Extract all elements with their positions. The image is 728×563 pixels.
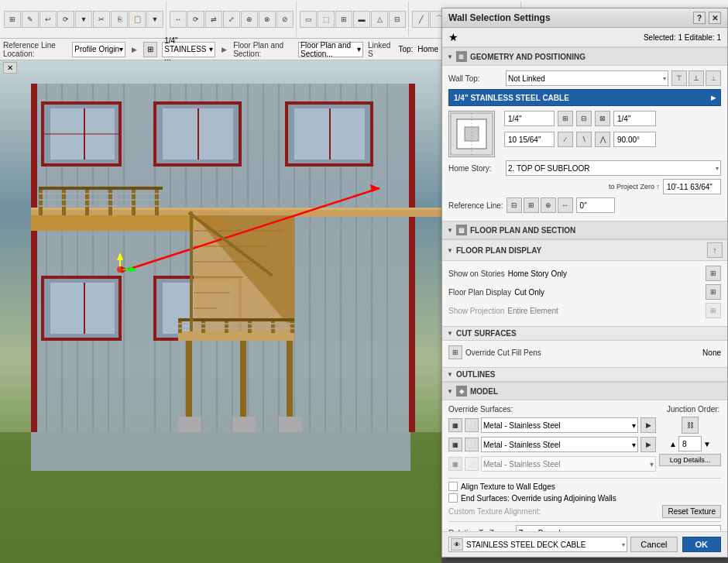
- end-surfaces-checkbox[interactable]: [448, 493, 458, 503]
- structure-btn[interactable]: ⊞: [143, 42, 157, 57]
- wall-top-icon2[interactable]: ⊥: [689, 70, 704, 86]
- show-stories-icon[interactable]: ⊞: [706, 266, 721, 281]
- wall-top-icon1[interactable]: ⊤: [671, 70, 687, 86]
- home-story-dropdown[interactable]: 2. TOP OF SUBFLOOR ▾: [506, 160, 721, 176]
- project-zero-row: to Project Zero ↑ 10'-11 63/64": [448, 179, 721, 194]
- floor-plan-section-header[interactable]: ▼ ▤ FLOOR PLAN AND SECTION: [442, 221, 727, 239]
- ok-button[interactable]: OK: [682, 537, 722, 552]
- tb-line[interactable]: ╱: [412, 11, 429, 28]
- viewport-close[interactable]: ✕: [3, 62, 17, 74]
- floor-plan-display-title: FLOOR PLAN DISPLAY: [456, 246, 541, 255]
- log-details-btn[interactable]: Log Details...: [659, 454, 721, 466]
- home-story-row: Home Story: 2. TOP OF SUBFLOOR ▾: [448, 160, 721, 176]
- geometry-title: GEOMETRY AND POSITIONING: [470, 53, 585, 61]
- show-stories-row: Show on Stories Home Story Only ⊞: [448, 266, 721, 281]
- junction-link-icon[interactable]: ⛓: [682, 417, 699, 434]
- toolbar-row-2: Reference Line Location: Profile Origin …: [0, 39, 441, 60]
- footer-type-dropdown[interactable]: 👁 STAINLESS STEEL DECK CABLE ▾: [448, 537, 627, 552]
- tb-scale[interactable]: ⤢: [223, 11, 240, 28]
- sep1: [448, 478, 721, 479]
- wall-top-icon3[interactable]: ⟂: [706, 70, 721, 86]
- svg-rect-24: [31, 84, 37, 432]
- tb-rotate[interactable]: ⟳: [187, 11, 204, 28]
- tb-btn-3[interactable]: ↩: [39, 11, 57, 28]
- surface1-more[interactable]: ▶: [640, 417, 656, 433]
- ref-line-icon3[interactable]: ⊕: [541, 197, 556, 213]
- tb-stair[interactable]: ⊟: [389, 11, 406, 28]
- override-cut-row: ⊞ Override Cut Fill Pens None: [448, 345, 721, 359]
- dim2-icon1[interactable]: ∕: [558, 132, 573, 147]
- dim3-input[interactable]: 1/4": [613, 111, 656, 126]
- tb-mirror[interactable]: ⇌: [205, 11, 222, 28]
- reset-texture-btn[interactable]: Reset Texture: [662, 505, 721, 518]
- show-projection-icon[interactable]: ⊞: [706, 303, 721, 318]
- outlines-header[interactable]: ▼ OUTLINES: [442, 367, 727, 382]
- dim1-icon2[interactable]: ⊟: [576, 111, 592, 126]
- dialog-close-btn[interactable]: ✕: [709, 12, 721, 24]
- wall-type-label: 1/4" STAINLESS STEEL CABLE: [454, 94, 569, 102]
- tb-move[interactable]: ↔: [170, 11, 187, 28]
- dim2-input[interactable]: 10 15/64": [504, 132, 555, 147]
- ref-line-icon4[interactable]: ↔: [558, 197, 573, 213]
- tb-roof[interactable]: △: [371, 11, 388, 28]
- dim1-input[interactable]: 1/4": [504, 111, 555, 126]
- dim1-icon1[interactable]: ⊞: [558, 111, 573, 126]
- favorite-star[interactable]: ★: [448, 31, 458, 43]
- junction-value-input[interactable]: 8: [678, 436, 702, 451]
- tb-window[interactable]: ⊞: [335, 11, 352, 28]
- fpdisplay-action-icon[interactable]: ↑: [707, 242, 723, 258]
- model-section-header[interactable]: ▼ ◈ MODEL: [442, 382, 727, 400]
- dim1-icon3[interactable]: ⊠: [595, 111, 610, 126]
- tb-wall[interactable]: ▭: [300, 11, 317, 28]
- surface1-dropdown[interactable]: Metal - Stainless Steel ▾: [481, 417, 638, 433]
- svg-rect-25: [409, 84, 415, 432]
- tb-slab[interactable]: ▬: [353, 11, 370, 28]
- footer-type-label: STAINLESS STEEL DECK CABLE: [466, 541, 619, 549]
- tb-btn-1[interactable]: ⊞: [4, 11, 21, 28]
- override-cut-icon[interactable]: ⊞: [448, 345, 462, 359]
- wall-top-dropdown[interactable]: Not Linked ▾: [506, 70, 668, 86]
- svg-rect-74: [248, 320, 252, 333]
- relation-zones-dropdown[interactable]: Zone Boundary ▾: [516, 525, 721, 531]
- surface2-dropdown[interactable]: Metal - Stainless Steel ▾: [481, 437, 638, 452]
- geometry-section-header[interactable]: ▼ ⊞ GEOMETRY AND POSITIONING: [442, 47, 727, 66]
- fp-display-row: Floor Plan Display Cut Only ⊞: [448, 284, 721, 300]
- tb-3[interactable]: ⊕: [241, 11, 258, 28]
- tb-door[interactable]: ⬚: [318, 11, 335, 28]
- svg-rect-63: [39, 187, 163, 190]
- fp-display-icon[interactable]: ⊞: [706, 284, 721, 300]
- ref-line-dropdown[interactable]: Profile Origin ▾: [72, 42, 125, 57]
- ref-line-icon1[interactable]: ⊟: [507, 197, 522, 213]
- tb-btn-7[interactable]: ⎘: [111, 11, 128, 28]
- custom-texture-row: Custom Texture Alignment: Reset Texture: [448, 505, 721, 518]
- wall-type-dropdown[interactable]: 1/4" STAINLESS STEEL CABLE ▶: [448, 89, 721, 106]
- tb-btn-5[interactable]: ▼: [75, 11, 92, 28]
- dim4-input[interactable]: 90.00°: [613, 132, 656, 147]
- cancel-button[interactable]: Cancel: [630, 537, 677, 552]
- align-texture-checkbox[interactable]: [448, 482, 458, 491]
- project-zero-label: to Project Zero ↑: [609, 183, 660, 191]
- dim2-icon2[interactable]: ∖: [576, 132, 592, 147]
- floor-plan-display-header[interactable]: ▼ FLOOR PLAN DISPLAY ↑: [442, 239, 727, 261]
- surface3-swatch: ⬜: [465, 457, 479, 471]
- tb-btn-4[interactable]: ⟳: [57, 11, 74, 28]
- geometry-collapse-icon: ▼: [447, 53, 453, 60]
- tb-btn-8[interactable]: 📋: [129, 11, 146, 28]
- ref-line-icon2[interactable]: ⊞: [524, 197, 539, 213]
- junction-down-icon: ▼: [703, 440, 711, 448]
- floor-plan-dropdown[interactable]: Floor Plan and Section... ▾: [298, 42, 363, 57]
- project-zero-input[interactable]: 10'-11 63/64": [663, 179, 721, 194]
- cut-surfaces-header[interactable]: ▼ CUT SURFACES: [442, 326, 727, 341]
- surface2-more[interactable]: ▶: [640, 437, 656, 452]
- ref-line-input[interactable]: 0": [576, 197, 615, 213]
- structure-dropdown[interactable]: 1/4" STAINLESS ... ▾: [162, 42, 215, 57]
- tb-btn-2[interactable]: ✎: [22, 11, 39, 28]
- dim2-icon3[interactable]: ⋀: [595, 132, 610, 147]
- tb-5[interactable]: ⊘: [276, 11, 294, 28]
- surfaces-junction-container: ▦ ⬜ Metal - Stainless Steel ▾ ▶ ▦ ⬜ Me: [448, 417, 721, 475]
- dialog-help-btn[interactable]: ?: [693, 12, 706, 24]
- tb-4[interactable]: ⊗: [259, 11, 276, 28]
- tb-btn-9[interactable]: ▼: [146, 11, 163, 28]
- tb-btn-6[interactable]: ✂: [93, 11, 110, 28]
- relation-zones-row: Relation To Zones: Zone Boundary ▾: [448, 525, 721, 531]
